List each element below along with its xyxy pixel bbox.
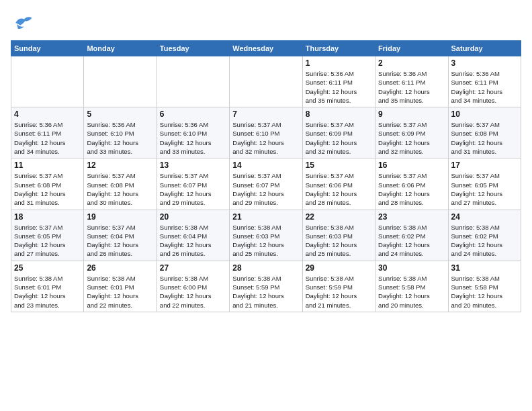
day-info: Sunrise: 5:37 AMSunset: 6:09 PMDaylight:… (306, 120, 372, 156)
day-info: Sunrise: 5:36 AMSunset: 6:11 PMDaylight:… (451, 69, 518, 105)
day-info: Sunrise: 5:38 AMSunset: 6:03 PMDaylight:… (232, 223, 299, 259)
calendar-cell: 26Sunrise: 5:38 AMSunset: 6:01 PMDayligh… (84, 261, 157, 312)
calendar-cell: 16Sunrise: 5:37 AMSunset: 6:06 PMDayligh… (375, 158, 448, 210)
calendar-cell: 22Sunrise: 5:38 AMSunset: 6:03 PMDayligh… (302, 210, 375, 261)
day-info: Sunrise: 5:36 AMSunset: 6:10 PMDaylight:… (87, 120, 153, 156)
calendar-cell: 20Sunrise: 5:38 AMSunset: 6:04 PMDayligh… (157, 210, 229, 261)
day-number: 4 (14, 109, 81, 119)
day-header-thursday: Thursday (302, 41, 375, 56)
calendar-cell: 25Sunrise: 5:38 AMSunset: 6:01 PMDayligh… (11, 261, 84, 312)
calendar-cell: 19Sunrise: 5:37 AMSunset: 6:04 PMDayligh… (84, 210, 157, 261)
calendar-cell: 15Sunrise: 5:37 AMSunset: 6:06 PMDayligh… (302, 158, 375, 210)
day-number: 28 (232, 263, 299, 273)
calendar-cell: 18Sunrise: 5:37 AMSunset: 6:05 PMDayligh… (11, 210, 84, 261)
day-info: Sunrise: 5:36 AMSunset: 6:10 PMDaylight:… (160, 120, 226, 156)
day-info: Sunrise: 5:37 AMSunset: 6:06 PMDaylight:… (306, 171, 372, 207)
day-info: Sunrise: 5:37 AMSunset: 6:09 PMDaylight:… (378, 120, 445, 156)
day-info: Sunrise: 5:37 AMSunset: 6:05 PMDaylight:… (451, 171, 518, 207)
day-number: 24 (451, 212, 518, 222)
day-number: 16 (378, 161, 445, 170)
day-number: 30 (378, 263, 445, 273)
day-header-sunday: Sunday (11, 41, 84, 56)
day-number: 8 (306, 109, 372, 119)
day-info: Sunrise: 5:36 AMSunset: 6:11 PMDaylight:… (378, 69, 445, 105)
calendar-cell: 23Sunrise: 5:38 AMSunset: 6:02 PMDayligh… (375, 210, 448, 261)
calendar-cell: 2Sunrise: 5:36 AMSunset: 6:11 PMDaylight… (375, 56, 448, 107)
day-info: Sunrise: 5:38 AMSunset: 6:00 PMDaylight:… (160, 274, 226, 310)
calendar-cell (11, 56, 84, 107)
calendar-cell: 5Sunrise: 5:36 AMSunset: 6:10 PMDaylight… (84, 107, 157, 158)
day-info: Sunrise: 5:37 AMSunset: 6:07 PMDaylight:… (232, 171, 299, 207)
day-info: Sunrise: 5:37 AMSunset: 6:10 PMDaylight:… (232, 120, 299, 156)
day-number: 19 (87, 212, 153, 222)
logo (11, 11, 35, 35)
day-info: Sunrise: 5:37 AMSunset: 6:08 PMDaylight:… (87, 171, 153, 207)
calendar-week-2: 4Sunrise: 5:36 AMSunset: 6:11 PMDaylight… (11, 107, 521, 158)
calendar-cell: 24Sunrise: 5:38 AMSunset: 6:02 PMDayligh… (448, 210, 521, 261)
day-info: Sunrise: 5:37 AMSunset: 6:04 PMDaylight:… (87, 223, 153, 259)
day-number: 12 (87, 161, 153, 170)
bird-icon (11, 11, 35, 35)
day-info: Sunrise: 5:38 AMSunset: 6:01 PMDaylight:… (87, 274, 153, 310)
day-number: 20 (160, 212, 226, 222)
day-number: 5 (87, 109, 153, 119)
day-number: 22 (306, 212, 372, 222)
calendar-cell: 10Sunrise: 5:37 AMSunset: 6:08 PMDayligh… (448, 107, 521, 158)
calendar-cell: 7Sunrise: 5:37 AMSunset: 6:10 PMDaylight… (230, 107, 302, 158)
calendar-cell: 27Sunrise: 5:38 AMSunset: 6:00 PMDayligh… (157, 261, 229, 312)
calendar-week-5: 25Sunrise: 5:38 AMSunset: 6:01 PMDayligh… (11, 261, 521, 312)
calendar-cell: 30Sunrise: 5:38 AMSunset: 5:58 PMDayligh… (375, 261, 448, 312)
day-number: 3 (451, 58, 518, 68)
day-number: 23 (378, 212, 445, 222)
day-info: Sunrise: 5:38 AMSunset: 6:03 PMDaylight:… (306, 223, 372, 259)
day-header-tuesday: Tuesday (157, 41, 229, 56)
day-number: 6 (160, 109, 226, 119)
calendar-cell: 3Sunrise: 5:36 AMSunset: 6:11 PMDaylight… (448, 56, 521, 107)
day-header-saturday: Saturday (448, 41, 521, 56)
calendar-week-1: 1Sunrise: 5:36 AMSunset: 6:11 PMDaylight… (11, 56, 521, 107)
day-info: Sunrise: 5:38 AMSunset: 5:59 PMDaylight:… (232, 274, 299, 310)
calendar-header-row: SundayMondayTuesdayWednesdayThursdayFrid… (11, 41, 521, 56)
calendar-cell: 6Sunrise: 5:36 AMSunset: 6:10 PMDaylight… (157, 107, 229, 158)
day-number: 21 (232, 212, 299, 222)
calendar-cell (230, 56, 302, 107)
day-number: 27 (160, 263, 226, 273)
day-info: Sunrise: 5:38 AMSunset: 5:59 PMDaylight:… (306, 274, 372, 310)
day-number: 11 (14, 161, 81, 170)
day-number: 2 (378, 58, 445, 68)
calendar-cell: 21Sunrise: 5:38 AMSunset: 6:03 PMDayligh… (230, 210, 302, 261)
page-header (11, 11, 521, 35)
calendar-cell: 17Sunrise: 5:37 AMSunset: 6:05 PMDayligh… (448, 158, 521, 210)
calendar-cell: 31Sunrise: 5:38 AMSunset: 5:58 PMDayligh… (448, 261, 521, 312)
calendar-week-4: 18Sunrise: 5:37 AMSunset: 6:05 PMDayligh… (11, 210, 521, 261)
day-number: 25 (14, 263, 81, 273)
day-number: 1 (306, 58, 372, 68)
day-header-monday: Monday (84, 41, 157, 56)
day-info: Sunrise: 5:38 AMSunset: 6:02 PMDaylight:… (378, 223, 445, 259)
calendar-cell: 14Sunrise: 5:37 AMSunset: 6:07 PMDayligh… (230, 158, 302, 210)
calendar-cell: 28Sunrise: 5:38 AMSunset: 5:59 PMDayligh… (230, 261, 302, 312)
day-info: Sunrise: 5:36 AMSunset: 6:11 PMDaylight:… (14, 120, 81, 156)
day-header-wednesday: Wednesday (230, 41, 302, 56)
day-number: 9 (378, 109, 445, 119)
day-number: 13 (160, 161, 226, 170)
day-info: Sunrise: 5:38 AMSunset: 6:01 PMDaylight:… (14, 274, 81, 310)
day-info: Sunrise: 5:36 AMSunset: 6:11 PMDaylight:… (306, 69, 372, 105)
day-info: Sunrise: 5:37 AMSunset: 6:08 PMDaylight:… (14, 171, 81, 207)
calendar-cell (84, 56, 157, 107)
day-number: 14 (232, 161, 299, 170)
calendar-cell (157, 56, 229, 107)
day-number: 26 (87, 263, 153, 273)
day-number: 18 (14, 212, 81, 222)
day-info: Sunrise: 5:38 AMSunset: 6:04 PMDaylight:… (160, 223, 226, 259)
calendar-cell: 11Sunrise: 5:37 AMSunset: 6:08 PMDayligh… (11, 158, 84, 210)
day-info: Sunrise: 5:37 AMSunset: 6:07 PMDaylight:… (160, 171, 226, 207)
day-number: 29 (306, 263, 372, 273)
calendar-table: SundayMondayTuesdayWednesdayThursdayFrid… (11, 40, 521, 312)
calendar-cell: 13Sunrise: 5:37 AMSunset: 6:07 PMDayligh… (157, 158, 229, 210)
day-info: Sunrise: 5:38 AMSunset: 6:02 PMDaylight:… (451, 223, 518, 259)
day-number: 10 (451, 109, 518, 119)
calendar-cell: 1Sunrise: 5:36 AMSunset: 6:11 PMDaylight… (302, 56, 375, 107)
calendar-cell: 9Sunrise: 5:37 AMSunset: 6:09 PMDaylight… (375, 107, 448, 158)
day-info: Sunrise: 5:37 AMSunset: 6:06 PMDaylight:… (378, 171, 445, 207)
